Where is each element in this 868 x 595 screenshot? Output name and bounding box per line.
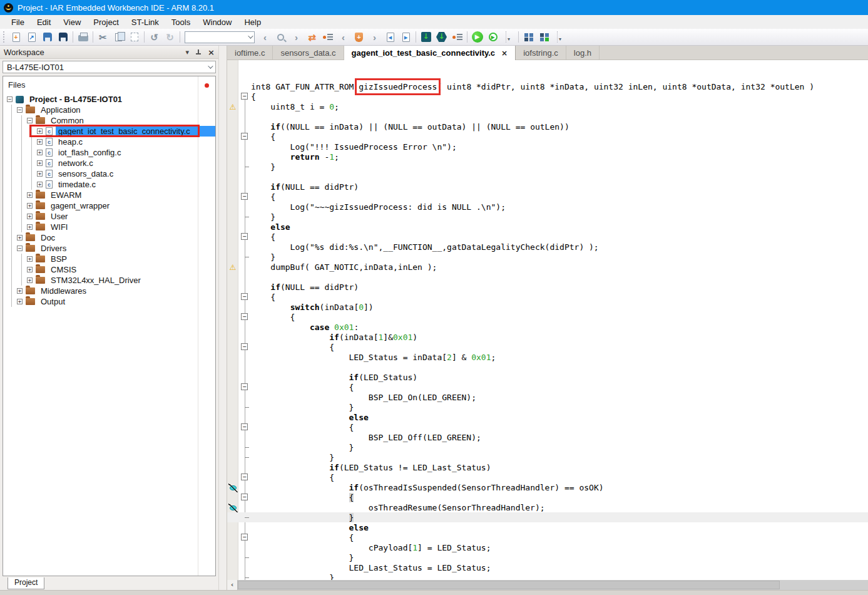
- expand-icon[interactable]: +: [37, 128, 43, 134]
- code-line[interactable]: Log("!!! IssuedProcess Error \n");: [227, 142, 868, 152]
- fold-collapse-icon[interactable]: −: [241, 534, 248, 541]
- breakpoint-cell[interactable]: ⚠: [227, 262, 238, 272]
- open-file-button[interactable]: ↗: [24, 30, 39, 44]
- expand-icon[interactable]: +: [17, 288, 23, 294]
- pin-icon[interactable]: [195, 49, 202, 56]
- tree-item-heap-c[interactable]: +cheap.c: [3, 137, 215, 147]
- go-to-definition-button[interactable]: [320, 30, 335, 44]
- tree-item-project-b-l475e-iot01[interactable]: −Project - B-L475E-IOT01: [3, 94, 215, 105]
- find-button[interactable]: [273, 30, 288, 44]
- code-line[interactable]: ⚠ dumpBuf( GAT_NOTIC,inData,inLen );: [227, 262, 868, 272]
- configuration-selector[interactable]: B-L475E-IOT01: [3, 61, 216, 73]
- expand-icon[interactable]: +: [27, 214, 33, 219]
- code-line[interactable]: −{: [227, 91, 868, 101]
- save-all-button[interactable]: [55, 30, 71, 44]
- menu-item-window[interactable]: Window: [197, 16, 238, 28]
- code-line[interactable]: }: [227, 572, 868, 580]
- code-line[interactable]: − {: [227, 492, 868, 502]
- code-line[interactable]: [227, 272, 868, 282]
- close-panel-icon[interactable]: ×: [208, 48, 215, 56]
- code-line[interactable]: switch(inData[0]): [227, 302, 868, 312]
- fold-collapse-icon[interactable]: −: [241, 93, 248, 100]
- editor-tab-log-h[interactable]: log.h: [566, 46, 600, 59]
- copy-button[interactable]: [111, 30, 126, 44]
- breakpoint-cell[interactable]: ⚠: [227, 102, 238, 111]
- menu-item-view[interactable]: View: [57, 16, 87, 28]
- menu-item-help[interactable]: Help: [238, 16, 267, 28]
- files-column-header[interactable]: Files: [3, 76, 215, 93]
- code-line[interactable]: − {: [227, 382, 868, 392]
- nav-forward-button[interactable]: ›: [288, 30, 304, 44]
- code-line[interactable]: }: [227, 442, 868, 452]
- code-line[interactable]: if(LED_Status): [227, 372, 868, 382]
- menu-item-stlink[interactable]: ST-Link: [125, 16, 165, 28]
- fold-collapse-icon[interactable]: −: [241, 343, 248, 350]
- fold-collapse-icon[interactable]: −: [241, 383, 248, 390]
- run-to-cursor-button[interactable]: ▶: [485, 30, 501, 44]
- toolbar-search-combo[interactable]: [185, 31, 255, 43]
- code-line[interactable]: − {: [227, 232, 868, 242]
- code-line[interactable]: }: [227, 252, 868, 262]
- expand-icon[interactable]: +: [27, 203, 33, 209]
- scrollbar-thumb[interactable]: [238, 581, 780, 589]
- code-line[interactable]: LED_Last_Status = LED_Status;: [227, 562, 868, 572]
- expand-icon[interactable]: +: [27, 256, 33, 262]
- editor-tab-iofstring-c[interactable]: iofstring.c: [516, 46, 566, 59]
- code-line[interactable]: if(NULL == didPtr): [227, 182, 868, 192]
- tree-item-stm32l4xx-hal-driver[interactable]: +STM32L4xx_HAL_Driver: [3, 275, 215, 286]
- expand-icon[interactable]: +: [17, 299, 23, 304]
- next-bookmark-button[interactable]: ›: [367, 30, 382, 44]
- cut-button[interactable]: ✂: [95, 30, 111, 44]
- code-line[interactable]: − {: [227, 312, 868, 322]
- menu-item-tools[interactable]: Tools: [165, 16, 197, 28]
- code-line[interactable]: cPayload[1] = LED_Status;: [227, 542, 868, 552]
- fold-collapse-icon[interactable]: −: [241, 313, 248, 320]
- toggle-bookmark-button[interactable]: +: [351, 30, 367, 44]
- tree-item-network-c[interactable]: +cnetwork.c: [3, 158, 215, 168]
- fold-collapse-icon[interactable]: −: [241, 293, 248, 300]
- tree-item-gagent-wrapper[interactable]: +gagent_wrapper: [3, 200, 215, 211]
- expand-icon[interactable]: +: [37, 182, 43, 187]
- expand-icon[interactable]: +: [27, 267, 33, 272]
- editor-tab-sensors-data-c[interactable]: sensors_data.c: [273, 46, 344, 59]
- collapse-icon[interactable]: −: [17, 107, 23, 113]
- code-line[interactable]: else: [227, 412, 868, 422]
- expand-icon[interactable]: +: [37, 139, 43, 145]
- code-line[interactable]: BSP_LED_Off(LED_GREEN);: [227, 432, 868, 442]
- expand-icon[interactable]: +: [27, 224, 33, 230]
- code-line[interactable]: [227, 362, 868, 372]
- code-line[interactable]: − {: [227, 192, 868, 202]
- code-line[interactable]: int8 GAT_FUN_ATTR_ROM gizIssuedProcess( …: [227, 81, 868, 91]
- tree-item-iot-flash-config-c[interactable]: +ciot_flash_config.c: [3, 147, 215, 158]
- fold-collapse-icon[interactable]: −: [241, 473, 248, 480]
- build-button[interactable]: [521, 30, 536, 44]
- code-line[interactable]: osThreadResume(SensorThreadHandler);: [227, 502, 868, 512]
- tree-item-ewarm[interactable]: +EWARM: [3, 190, 215, 200]
- tree-item-timedate-c[interactable]: +ctimedate.c: [3, 179, 215, 190]
- tree-item-application[interactable]: −Application: [3, 105, 215, 115]
- panel-menu-chevron-icon[interactable]: ▾: [186, 48, 190, 56]
- code-line[interactable]: Log("%s did:%s.\n",__FUNCTION__,gatDataL…: [227, 242, 868, 252]
- collapse-icon[interactable]: −: [27, 118, 33, 123]
- tree-item-doc[interactable]: +Doc: [3, 232, 215, 243]
- expand-icon[interactable]: +: [17, 235, 23, 241]
- code-line[interactable]: return -1;: [227, 152, 868, 162]
- redo-button[interactable]: ↻: [162, 30, 178, 44]
- tree-item-bsp[interactable]: +BSP: [3, 254, 215, 264]
- code-line[interactable]: if((NULL == inData) || (NULL == outData)…: [227, 122, 868, 132]
- fold-collapse-icon[interactable]: −: [241, 193, 248, 200]
- undo-button[interactable]: ↺: [146, 30, 162, 44]
- code-line[interactable]: }: [227, 212, 868, 222]
- download-button[interactable]: ↓: [418, 30, 434, 44]
- expand-icon[interactable]: +: [37, 160, 43, 166]
- code-line[interactable]: − {: [227, 472, 868, 482]
- tree-item-output[interactable]: +Output: [3, 296, 215, 307]
- code-line[interactable]: }: [227, 162, 868, 172]
- code-line[interactable]: }: [227, 512, 868, 522]
- tree-item-middlewares[interactable]: +Middlewares: [3, 286, 215, 296]
- collapse-icon[interactable]: −: [17, 246, 23, 251]
- tree-item-cmsis[interactable]: +CMSIS: [3, 264, 215, 275]
- horizontal-scrollbar[interactable]: ‹: [227, 580, 868, 590]
- code-line[interactable]: }: [227, 452, 868, 462]
- close-tab-icon[interactable]: ×: [501, 49, 508, 57]
